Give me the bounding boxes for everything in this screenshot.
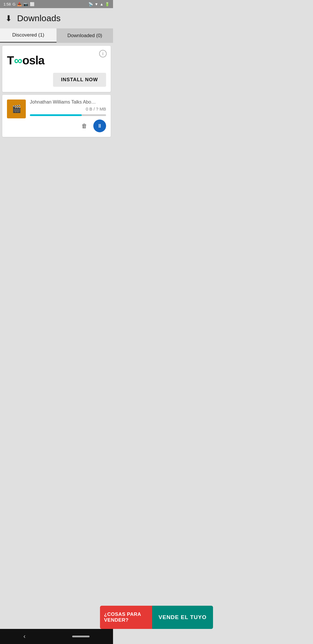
download-item-card: 🎬 Johnathan Williams Talks About Playing… — [2, 95, 111, 137]
info-icon[interactable]: i — [99, 50, 107, 57]
install-button-row: INSTALL NOW — [7, 73, 106, 87]
page-title: Downloads — [17, 13, 61, 23]
square-icon: ⬜ — [30, 2, 34, 6]
tab-discovered[interactable]: Discovered (1) — [0, 28, 57, 43]
battery-icon: 🔋 — [105, 2, 110, 6]
cast-icon: 📡 — [88, 2, 93, 6]
status-left: 1:58 G 📥 📷 ⬜ — [3, 2, 34, 6]
trash-icon: 🗑 — [81, 123, 87, 129]
status-right: 📡 ▼ ▲ 🔋 — [88, 2, 110, 6]
video-camera-icon: 🎬 — [12, 104, 21, 113]
header: ⬇ Downloads — [0, 8, 113, 28]
download-actions: 🗑 ⏸ — [30, 120, 106, 132]
download-size: 0 B / ? MB — [30, 106, 106, 111]
ad-card: i T∞osla INSTALL NOW — [2, 46, 111, 92]
header-download-icon: ⬇ — [5, 14, 12, 23]
tabs-container: Discovered (1) Downloaded (0) — [0, 28, 113, 43]
wifi-icon: ▼ — [94, 2, 98, 6]
signal-icon: ▲ — [100, 2, 103, 6]
progress-bar-track — [30, 114, 106, 116]
status-bar: 1:58 G 📥 📷 ⬜ 📡 ▼ ▲ 🔋 — [0, 0, 113, 8]
delete-button[interactable]: 🗑 — [79, 120, 90, 131]
video-thumbnail: 🎬 — [7, 100, 26, 118]
brand-logo: T∞osla — [7, 54, 106, 67]
pause-button[interactable]: ⏸ — [93, 120, 106, 132]
main-content-area — [0, 140, 113, 285]
download-notif-icon: 📥 — [17, 2, 22, 6]
download-info: Johnathan Williams Talks About Playing… … — [30, 100, 106, 132]
infinity-icon: ∞ — [14, 54, 22, 67]
progress-bar-fill — [30, 114, 82, 116]
install-now-button[interactable]: INSTALL NOW — [53, 73, 106, 87]
tab-downloaded[interactable]: Downloaded (0) — [57, 28, 113, 43]
cards-container: i T∞osla INSTALL NOW 🎬 Johnathan William… — [0, 43, 113, 140]
download-title: Johnathan Williams Talks About Playing… — [30, 100, 97, 105]
status-time: 1:58 — [3, 2, 11, 6]
pause-icon: ⏸ — [97, 123, 102, 129]
camera-icon: 📷 — [23, 2, 28, 6]
google-icon: G — [12, 2, 15, 6]
